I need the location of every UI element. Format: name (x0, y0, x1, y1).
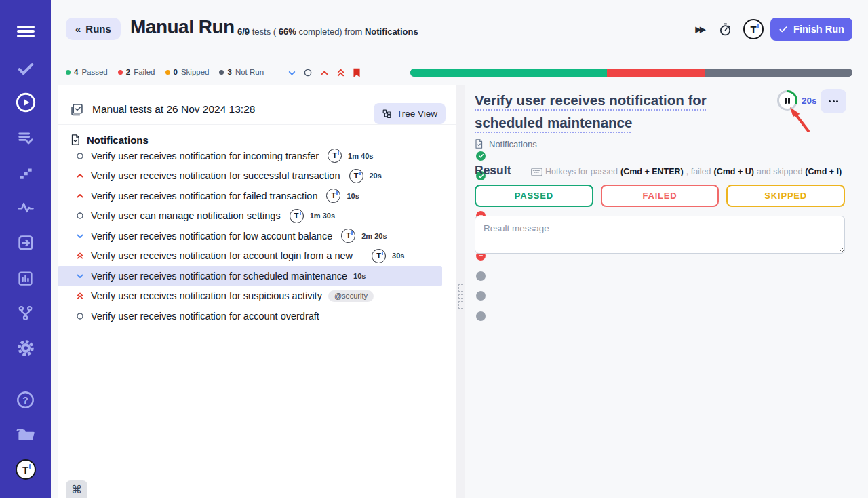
run-title-row: Manual tests at 26 Nov 2024 13:28 Tree V… (58, 94, 456, 125)
more-options-button[interactable] (821, 89, 846, 113)
check-icon (778, 24, 788, 34)
test-row[interactable]: Verify user receives notification for fa… (58, 186, 442, 206)
priority-critical-icon (75, 291, 85, 301)
back-chevrons-icon: « (75, 23, 81, 35)
tree-view-button[interactable]: Tree View (374, 103, 446, 124)
duration-label: 1m 40s (348, 152, 373, 160)
automation-logo-icon: T (290, 209, 304, 223)
stopwatch-icon[interactable] (717, 22, 732, 37)
verdict-buttons: PASSED FAILED SKIPPED (475, 185, 845, 207)
duration-label: 10s (347, 192, 359, 200)
resize-grip-icon[interactable] (457, 283, 464, 310)
test-row[interactable]: Verify user receives notification for lo… (58, 226, 442, 246)
priority-blocker-bookmark-icon[interactable] (352, 67, 361, 78)
pulse-icon[interactable] (0, 196, 51, 219)
back-to-runs-label: Runs (85, 23, 111, 35)
mark-failed-button[interactable]: FAILED (601, 185, 719, 207)
priority-high-icon[interactable] (319, 67, 329, 78)
run-progress-bar (410, 69, 852, 77)
run-progress-subtitle: 6/9 tests ( 66% completed) from Notifica… (237, 26, 418, 37)
test-row[interactable]: Verify user receives notification for su… (58, 166, 442, 187)
priority-high-icon (75, 192, 85, 200)
run-checklist-icon (70, 102, 84, 117)
test-row[interactable]: Verify user can manage notification sett… (58, 206, 442, 227)
automation-logo-icon: T (326, 189, 340, 203)
priority-normal-icon[interactable] (303, 67, 313, 78)
hamburger-menu-icon[interactable] (0, 20, 51, 43)
priority-normal-icon (75, 152, 85, 160)
duration-label: 10s (353, 272, 366, 280)
legend-passed: 4Passed (66, 68, 108, 76)
mark-skipped-button[interactable]: SKIPPED (726, 185, 845, 207)
test-row[interactable]: Verify user receives notification for ac… (58, 306, 442, 326)
priority-normal-icon (75, 212, 85, 220)
command-shortcuts-button[interactable]: ⌘ (66, 480, 87, 498)
svg-text:?: ? (22, 394, 28, 405)
header-logo[interactable]: T (743, 19, 764, 39)
tag-badge[interactable]: @security (328, 290, 374, 302)
settings-gear-icon[interactable] (0, 337, 51, 360)
progress-failed-segment (607, 69, 705, 77)
failed-dot-icon (118, 70, 123, 75)
priority-low-icon[interactable] (287, 67, 296, 78)
priority-critical-icon (75, 251, 85, 261)
result-message-input[interactable] (475, 216, 845, 254)
run-title: Manual tests at 26 Nov 2024 13:28 (92, 103, 255, 115)
analytics-icon[interactable] (0, 267, 51, 290)
duration-label: 1m 30s (310, 212, 335, 220)
finish-run-button[interactable]: Finish Run (770, 18, 852, 41)
tree-view-icon (382, 109, 392, 119)
duration-label: 2m 20s (361, 232, 387, 240)
automation-logo-icon: T (372, 249, 386, 263)
mark-passed-button[interactable]: PASSED (475, 185, 593, 207)
progress-notrun-segment (705, 69, 852, 77)
help-icon[interactable]: ? (0, 388, 51, 411)
app-logo[interactable]: T (0, 458, 51, 481)
tests-count: 6/9 (237, 26, 250, 37)
annotation-arrow-icon (785, 105, 815, 134)
priority-critical-icon[interactable] (336, 67, 345, 78)
completed-percent: 66% (279, 26, 296, 37)
fast-forward-icon[interactable]: ▶▶ (692, 22, 707, 37)
status-notrun-icon (476, 291, 486, 301)
suite-name: Notifications (87, 134, 149, 146)
steps-icon[interactable] (0, 161, 51, 185)
priority-low-icon (75, 272, 85, 280)
tests-check-icon[interactable] (0, 57, 51, 80)
suite-file-icon (70, 134, 81, 146)
automation-logo-icon: T (349, 169, 363, 183)
elapsed-timer: 20s (802, 96, 817, 106)
detail-breadcrumb[interactable]: Notifications (474, 138, 537, 149)
duration-label: 30s (392, 252, 404, 260)
test-plans-icon[interactable] (0, 127, 51, 150)
back-to-runs-button[interactable]: « Runs (66, 18, 121, 40)
result-heading: Result (475, 164, 511, 178)
passed-dot-icon (66, 70, 71, 75)
test-tree-panel: Manual tests at 26 Nov 2024 13:28 Tree V… (58, 85, 456, 498)
legend-failed: 2Failed (118, 68, 155, 76)
app-sidebar: ? T (0, 0, 51, 498)
priority-normal-icon (75, 312, 85, 320)
panel-resize-divider[interactable] (456, 85, 465, 498)
test-row-selected[interactable]: Verify user receives notification for sc… (58, 266, 442, 286)
suite-file-icon (474, 138, 484, 149)
automation-logo-icon: T (341, 229, 355, 243)
projects-folder-icon[interactable] (0, 423, 51, 446)
test-row[interactable]: Verify user receives notification for ac… (58, 246, 442, 267)
test-detail-title[interactable]: Verify user receives notification for sc… (475, 89, 732, 134)
runs-play-icon[interactable] (0, 91, 51, 114)
duration-label: 20s (370, 172, 382, 180)
status-notrun-icon (476, 311, 486, 321)
test-row[interactable]: Verify user receives notification for su… (58, 286, 442, 307)
automation-logo-icon: T (328, 149, 342, 163)
legend-skipped: 0Skipped (165, 68, 210, 76)
import-icon[interactable] (0, 231, 51, 254)
keyboard-icon (531, 168, 542, 176)
test-row[interactable]: Verify user receives notification for in… (58, 146, 442, 166)
status-passed-icon (476, 151, 486, 161)
branch-icon[interactable] (0, 301, 51, 324)
test-list: Verify user receives notification for in… (58, 146, 442, 326)
suite-header[interactable]: Notifications (70, 134, 149, 146)
page-title: Manual Run (130, 16, 235, 38)
priority-low-icon (75, 232, 85, 240)
